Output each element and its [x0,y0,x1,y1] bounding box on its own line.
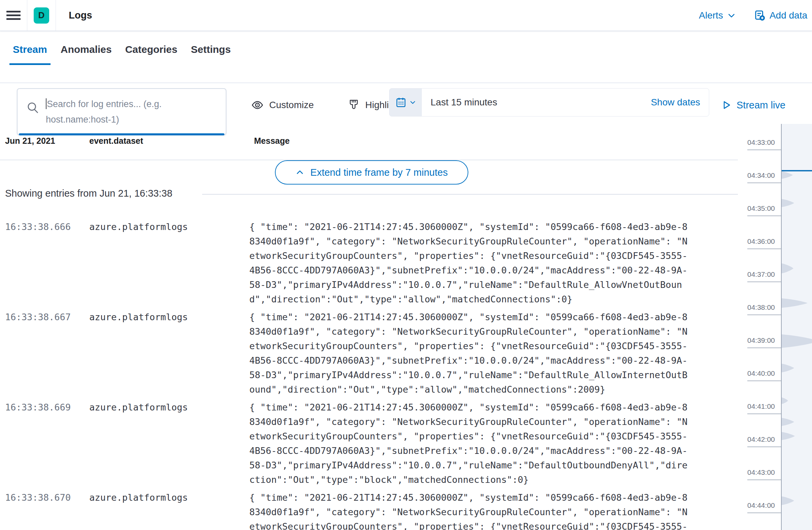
date-range-picker: Last 15 minutes Show dates [389,88,709,117]
add-data-label: Add data [770,10,807,21]
minimap-tick-line [747,381,781,381]
date-range-main: Last 15 minutes Show dates [422,89,709,116]
minimap-tick-label: 04:42:00 [747,436,781,443]
add-data-button[interactable]: Add data [754,10,807,21]
play-icon [721,100,732,111]
tab-anomalies[interactable]: Anomalies [57,41,115,65]
log-entry-row[interactable]: 16:33:38.667azure.platformlogs{ "time": … [5,310,740,397]
top-bar-actions: Alerts Add data [699,10,812,21]
minimap-tick-line [747,446,781,447]
log-entry-row[interactable]: 16:33:38.669azure.platformlogs{ "time": … [5,400,740,487]
minimap-tick-line [747,216,781,216]
minimap-tick-label: 04:43:00 [747,468,781,476]
minimap-tick-line [747,413,781,414]
minimap-tick-line [747,281,781,282]
minimap-tick-label: 04:41:00 [747,402,781,411]
minimap-density-blob [781,263,794,274]
log-entry-timestamp: 16:33:38.666 [5,220,89,306]
log-rate-minimap[interactable]: 04:33:0004:34:0004:35:0004:36:0004:37:00… [744,124,812,530]
show-dates-button[interactable]: Show dates [651,97,700,108]
extend-timeframe-button[interactable]: Extend time frame by 7 minutes [275,160,468,185]
search-placeholder: Search for log entries... (e.g. host.nam… [46,96,198,127]
minimap-tick-line [747,149,781,150]
log-entry-timestamp: 16:33:38.670 [5,490,89,530]
page-title: Logs [69,10,92,21]
search-focus-underline [19,133,224,135]
stream-live-button[interactable]: Stream live [721,97,785,113]
space-badge: D [34,8,49,24]
minimap-tick-line [747,249,781,249]
column-header-dataset: event.dataset [89,136,143,146]
top-bar: D Logs Alerts Add data [0,0,812,31]
log-entry-message: { "time": "2021-06-21T14:27:45.3060000Z"… [249,310,687,397]
minimap-density-blob [781,298,808,308]
minimap-density-blob [781,199,794,207]
menu-button[interactable] [0,0,27,31]
log-entry-timestamp: 16:33:38.669 [5,400,89,487]
minimap-density-blob [781,432,795,440]
tab-settings[interactable]: Settings [188,41,234,65]
showing-entries-divider [202,194,738,195]
log-table-header: Jun 21, 2021 event.dataset Message [0,136,738,149]
log-entry-message: { "time": "2021-06-21T14:27:45.3060000Z"… [249,400,687,487]
stream-live-label: Stream live [737,100,785,111]
logs-stream-page: D Logs Alerts Add data Stream [0,0,812,530]
log-entry-timestamp: 16:33:38.667 [5,310,89,397]
column-header-date: Jun 21, 2021 [5,136,55,146]
alerts-label: Alerts [699,10,723,21]
space-switcher[interactable]: D [27,0,56,31]
showing-entries-text: Showing entries from Jun 21, 16:33:38 [5,188,173,199]
minimap-tick-label: 04:35:00 [747,204,781,212]
add-data-icon [754,10,766,21]
minimap-density-blob [781,418,794,426]
hamburger-icon [6,9,20,22]
minimap-density-blob [781,397,788,404]
quick-select-button[interactable] [390,89,422,116]
minimap-density-blob [781,364,794,372]
minimap-tick-label: 04:38:00 [747,304,781,311]
log-entry-message: { "time": "2021-06-21T14:27:45.3060000Z"… [249,220,687,306]
extend-timeframe-label: Extend time frame by 7 minutes [310,167,448,178]
search-icon [26,101,40,115]
minimap-tick-label: 04:37:00 [747,270,781,278]
log-entry-dataset: azure.platformlogs [89,310,249,397]
minimap-tick-label: 04:36:00 [747,237,781,246]
calendar-icon [395,97,407,108]
log-entry-dataset: azure.platformlogs [89,220,249,306]
customize-button[interactable]: Customize [251,97,314,113]
column-header-message: Message [254,136,290,146]
text-caret [46,98,46,109]
chevron-down-icon [727,11,736,20]
minimap-tick-label: 04:40:00 [747,369,781,378]
minimap-tick-line [747,513,781,513]
log-entries-list: 16:33:38.666azure.platformlogs{ "time": … [5,220,740,530]
minimap-density-blob [781,334,812,348]
chevron-up-icon [295,168,304,177]
minimap-tick-label: 04:34:00 [747,172,781,179]
minimap-density-chart[interactable] [781,124,812,530]
minimap-tick-label: 04:44:00 [747,501,781,510]
brush-icon [348,99,360,111]
minimap-tick-line [747,348,781,348]
log-entry-dataset: azure.platformlogs [89,490,249,530]
customize-label: Customize [269,100,314,111]
search-input[interactable]: Search for log entries... (e.g. host.nam… [17,88,227,135]
minimap-density-blob [781,172,793,179]
eye-icon [251,99,264,112]
log-entry-row[interactable]: 16:33:38.670azure.platformlogs{ "time": … [5,490,740,530]
tab-bar: Stream Anomalies Categories Settings [0,31,812,83]
minimap-tick-line [747,314,781,315]
minimap-tick-line [747,182,781,183]
log-entry-dataset: azure.platformlogs [89,400,249,487]
alerts-menu-button[interactable]: Alerts [699,10,736,21]
time-range-value[interactable]: Last 15 minutes [431,97,497,108]
minimap-tick-label: 04:33:00 [747,138,781,146]
tab-categories[interactable]: Categories [122,41,180,65]
log-entry-message: { "time": "2021-06-21T14:27:45.3060000Z"… [249,490,687,530]
tab-stream[interactable]: Stream [10,41,50,65]
minimap-tick-line [747,480,781,480]
minimap-density-blob [781,496,794,505]
chevron-down-icon [409,99,416,106]
minimap-time-axis: 04:33:0004:34:0004:35:0004:36:0004:37:00… [744,124,781,530]
log-entry-row[interactable]: 16:33:38.666azure.platformlogs{ "time": … [5,220,740,306]
